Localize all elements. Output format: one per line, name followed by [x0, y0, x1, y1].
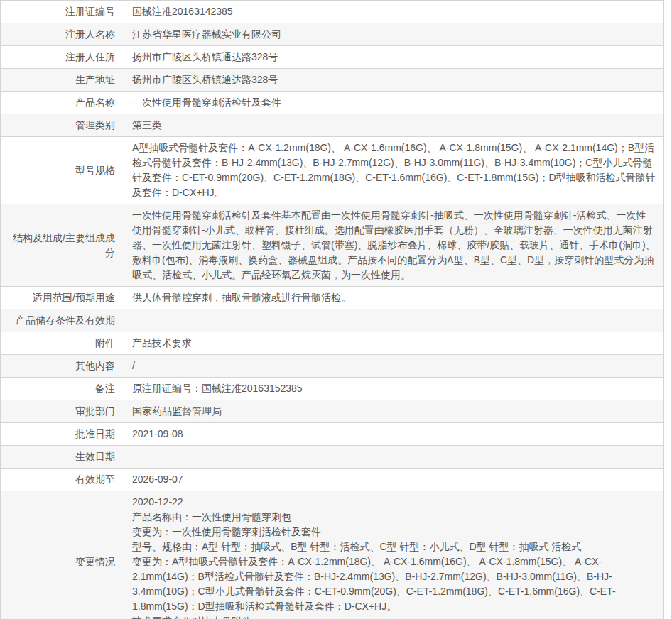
row-label-text: 生产地址: [75, 72, 115, 87]
row-value: 2021-09-08: [124, 423, 663, 445]
table-row: 产品储存条件及有效期: [1, 310, 663, 332]
row-value: /: [124, 355, 663, 377]
table-row: 适用范围/预期用途 供人体骨髓腔穿刺，抽取骨髓液或进行骨髓活检。: [1, 287, 663, 310]
page: 注册证编号 国械注准20163142385 注册人名称 江苏省华星医疗器械实业有…: [0, 0, 672, 619]
row-value: 一次性使用骨髓穿刺活检针及套件基本配置由一次性使用骨髓穿刺针-抽吸式、一次性使用…: [124, 204, 663, 286]
table-row: 型号规格 A型抽吸式骨髓针及套件：A-CX-1.2mm(18G)、 A-CX-1…: [1, 137, 663, 204]
row-value: 扬州市广陵区头桥镇通达路328号: [124, 69, 663, 91]
table-row: 批准日期 2021-09-08: [1, 423, 663, 446]
row-label-text: 型号规格: [75, 163, 115, 178]
row-label: 管理类别: [1, 114, 124, 136]
row-label-text: 有效期至: [75, 472, 115, 487]
row-value: 2026-09-07: [124, 469, 663, 491]
row-label: 备注: [1, 378, 124, 400]
row-label-text: 其他内容: [75, 358, 115, 373]
row-value: [124, 310, 663, 332]
registration-table: 注册证编号 国械注准20163142385 注册人名称 江苏省华星医疗器械实业有…: [0, 0, 664, 619]
row-label-text: 适用范围/预期用途: [33, 290, 115, 305]
table-row: 管理类别 第三类: [1, 114, 663, 137]
row-label-text: 产品名称: [75, 95, 115, 110]
row-value: 扬州市广陵区头桥镇通达路328号: [124, 46, 663, 68]
table-row: 变更情况 2020-12-22 产品名称由：一次性使用骨髓穿刺包 变更为：一次性…: [1, 491, 663, 619]
table-row: 审批部门 国家药品监督管理局: [1, 400, 663, 423]
table-row: 有效期至 2026-09-07: [1, 469, 663, 491]
table-row: 注册人住所 扬州市广陵区头桥镇通达路328号: [1, 46, 663, 69]
row-label-text: 产品储存条件及有效期: [16, 313, 115, 328]
row-label: 有效期至: [1, 469, 124, 491]
row-value: A型抽吸式骨髓针及套件：A-CX-1.2mm(18G)、 A-CX-1.6mm(…: [124, 137, 663, 204]
row-label-text: 管理类别: [75, 118, 115, 133]
row-label: 生效日期: [1, 446, 124, 468]
row-label: 变更情况: [1, 491, 124, 619]
table-row: 注册证编号 国械注准20163142385: [1, 1, 663, 23]
row-value: 供人体骨髓腔穿刺，抽取骨髓液或进行骨髓活检。: [124, 287, 663, 309]
row-label: 其他内容: [1, 355, 124, 377]
row-label: 适用范围/预期用途: [1, 287, 124, 309]
row-label: 型号规格: [1, 137, 124, 204]
row-label-text: 结构及组成/主要组成成分: [9, 231, 115, 261]
row-label-text: 注册证编号: [65, 4, 115, 19]
row-label-text: 附件: [95, 336, 115, 351]
row-label-text: 审批部门: [75, 404, 115, 419]
row-label: 生产地址: [1, 69, 124, 91]
row-value: 一次性使用骨髓穿刺活检针及套件: [124, 92, 663, 114]
table-row: 其他内容 /: [1, 355, 663, 378]
row-label-text: 注册人住所: [65, 50, 115, 65]
row-label: 注册人名称: [1, 23, 124, 45]
row-label: 审批部门: [1, 400, 124, 422]
row-label-text: 备注: [95, 381, 115, 396]
row-value: 2020-12-22 产品名称由：一次性使用骨髓穿刺包 变更为：一次性使用骨髓穿…: [124, 491, 663, 619]
row-value: 江苏省华星医疗器械实业有限公司: [124, 23, 663, 45]
table-row: 生效日期: [1, 446, 663, 469]
row-value: 第三类: [124, 114, 663, 136]
row-value: 国械注准20163142385: [124, 1, 663, 23]
row-label: 附件: [1, 332, 124, 354]
row-label: 批准日期: [1, 423, 124, 445]
row-value: [124, 446, 663, 468]
row-label-text: 变更情况: [75, 554, 115, 569]
row-label: 产品名称: [1, 92, 124, 114]
row-value: 国家药品监督管理局: [124, 400, 663, 422]
row-label: 注册证编号: [1, 1, 124, 23]
row-label-text: 批准日期: [75, 427, 115, 442]
row-label: 产品储存条件及有效期: [1, 310, 124, 332]
table-row: 结构及组成/主要组成成分 一次性使用骨髓穿刺活检针及套件基本配置由一次性使用骨髓…: [1, 204, 663, 287]
table-row: 备注 原注册证编号：国械注准20163152385: [1, 378, 663, 400]
table-row: 产品名称 一次性使用骨髓穿刺活检针及套件: [1, 92, 663, 114]
row-label-text: 生效日期: [75, 449, 115, 464]
row-value: 产品技术要求: [124, 332, 663, 354]
table-row: 附件 产品技术要求: [1, 332, 663, 355]
row-value: 原注册证编号：国械注准20163152385: [124, 378, 663, 400]
row-label: 结构及组成/主要组成成分: [1, 204, 124, 286]
row-label-text: 注册人名称: [65, 27, 115, 42]
row-label: 注册人住所: [1, 46, 124, 68]
table-row: 生产地址 扬州市广陵区头桥镇通达路328号: [1, 69, 663, 92]
table-row: 注册人名称 江苏省华星医疗器械实业有限公司: [1, 23, 663, 46]
